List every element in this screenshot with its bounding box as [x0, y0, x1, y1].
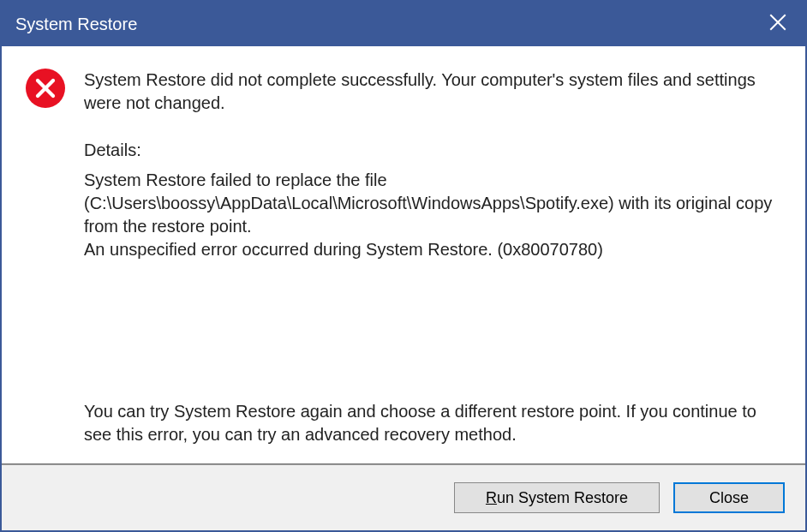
window-close-button[interactable] [750, 2, 805, 46]
details-body: System Restore failed to replace the fil… [84, 169, 781, 261]
titlebar: System Restore [2, 2, 805, 46]
run-system-restore-button[interactable]: Run System Restore [454, 482, 660, 513]
run-button-rest: un System Restore [497, 489, 628, 506]
close-icon [769, 14, 786, 34]
mnemonic-r: R [486, 489, 497, 506]
text-column: System Restore did not complete successf… [84, 69, 781, 455]
details-label: Details: [84, 139, 781, 162]
advice-text: You can try System Restore again and cho… [84, 400, 781, 446]
close-button[interactable]: Close [673, 482, 785, 513]
system-restore-dialog: System Restore System Restore did not co… [0, 0, 807, 532]
icon-column [26, 69, 65, 455]
button-row: Run System Restore Close [2, 465, 805, 530]
dialog-content: System Restore did not complete successf… [2, 46, 805, 463]
summary-text: System Restore did not complete successf… [84, 69, 781, 115]
window-title: System Restore [15, 15, 137, 34]
error-icon [26, 69, 65, 108]
